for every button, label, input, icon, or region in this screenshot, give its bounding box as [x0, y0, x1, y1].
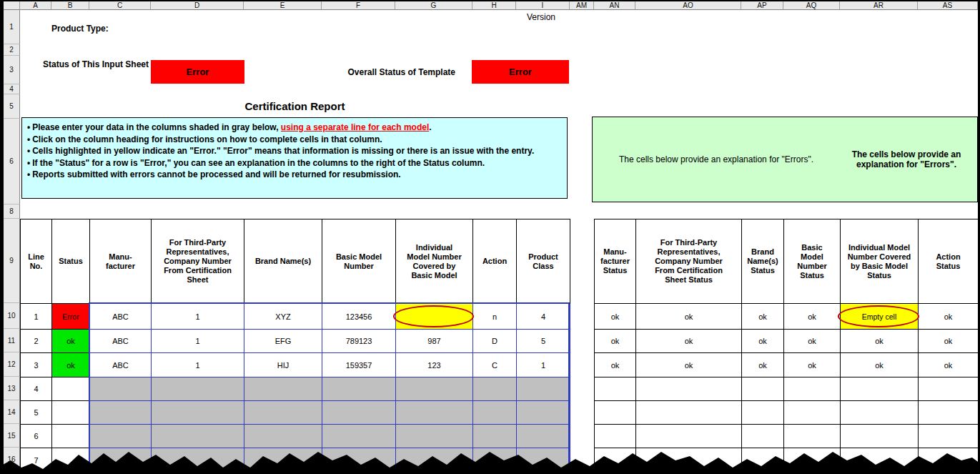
- row-header-8[interactable]: 8: [4, 204, 20, 219]
- row-header-12[interactable]: 12: [4, 352, 20, 377]
- col-heading-line-no[interactable]: Line No.: [21, 219, 52, 304]
- product-class-cell[interactable]: 5: [517, 330, 570, 353]
- column-header-ar[interactable]: AR: [840, 1, 918, 10]
- manufacturer-cell[interactable]: ABC: [90, 330, 152, 353]
- status-cell[interactable]: [784, 377, 841, 401]
- input-sheet-status-value[interactable]: Error: [151, 60, 244, 84]
- entry-cell[interactable]: [473, 377, 517, 401]
- status-cell[interactable]: ok: [52, 353, 90, 377]
- col-heading-action-status[interactable]: Action Status: [919, 219, 979, 304]
- col-heading-manufacturer[interactable]: Manu- facturer: [90, 219, 152, 304]
- individual-model-cell[interactable]: 123: [396, 353, 473, 377]
- status-cell[interactable]: [595, 401, 636, 425]
- entry-cell[interactable]: [244, 401, 322, 425]
- status-cell[interactable]: [841, 401, 919, 425]
- action-status-cell[interactable]: ok: [919, 304, 979, 330]
- manufacturer-cell[interactable]: ABC: [90, 304, 152, 330]
- action-cell[interactable]: D: [473, 330, 517, 353]
- line-no-cell[interactable]: 1: [21, 304, 52, 330]
- column-header-as[interactable]: AS: [918, 1, 978, 10]
- third-party-status-cell[interactable]: ok: [636, 330, 742, 353]
- manufacturer-status-cell[interactable]: ok: [595, 353, 636, 377]
- col-heading-action[interactable]: Action: [473, 219, 517, 304]
- column-header-ao[interactable]: AO: [635, 1, 741, 10]
- basic-model-status-cell[interactable]: ok: [784, 353, 841, 377]
- col-heading-manufacturer-status[interactable]: Manu- facturer Status: [595, 219, 636, 304]
- status-cell[interactable]: [919, 401, 979, 425]
- row-header-2[interactable]: 2: [4, 44, 20, 56]
- line-no-cell[interactable]: 5: [21, 401, 52, 425]
- third-party-cell[interactable]: 1: [152, 353, 244, 377]
- brand-cell[interactable]: EFG: [244, 330, 322, 353]
- status-cell[interactable]: [52, 401, 90, 425]
- column-header-g[interactable]: G: [395, 1, 472, 10]
- action-status-cell[interactable]: ok: [919, 353, 979, 377]
- status-cell[interactable]: [742, 377, 784, 401]
- entry-cell[interactable]: [396, 401, 473, 425]
- third-party-cell[interactable]: 1: [152, 304, 244, 330]
- row-header-6[interactable]: 6: [4, 119, 20, 204]
- column-header-aq[interactable]: AQ: [783, 1, 840, 10]
- col-heading-basic-model-status[interactable]: Basic Model Number Status: [784, 219, 841, 304]
- action-status-cell[interactable]: ok: [919, 330, 979, 353]
- manufacturer-cell[interactable]: ABC: [90, 353, 152, 377]
- brand-cell[interactable]: HIJ: [244, 353, 322, 377]
- individual-model-status-cell[interactable]: ok: [841, 353, 919, 377]
- column-header-a[interactable]: A: [20, 1, 51, 10]
- brand-cell[interactable]: XYZ: [244, 304, 322, 330]
- entry-cell[interactable]: [322, 377, 396, 401]
- third-party-status-cell[interactable]: ok: [636, 304, 742, 330]
- column-header-f[interactable]: F: [322, 1, 395, 10]
- select-all-corner[interactable]: [4, 1, 20, 10]
- row-header-4[interactable]: 4: [4, 84, 20, 94]
- entry-cell[interactable]: [517, 401, 570, 425]
- row-header-3[interactable]: 3: [4, 56, 20, 84]
- column-header-am[interactable]: AM: [570, 1, 594, 10]
- line-no-cell[interactable]: 3: [21, 353, 52, 377]
- brand-status-cell[interactable]: ok: [742, 330, 784, 353]
- status-cell[interactable]: [52, 377, 90, 401]
- row-header-11[interactable]: 11: [4, 329, 20, 352]
- entry-cell[interactable]: [396, 377, 473, 401]
- entry-cell[interactable]: [90, 401, 152, 425]
- individual-model-error-cell[interactable]: [396, 304, 473, 330]
- column-header-c[interactable]: C: [89, 1, 151, 10]
- status-cell[interactable]: ok: [52, 330, 90, 353]
- product-class-cell[interactable]: 1: [517, 353, 570, 377]
- status-cell[interactable]: [742, 401, 784, 425]
- entry-cell[interactable]: [244, 377, 322, 401]
- status-cell[interactable]: [784, 401, 841, 425]
- row-header-5[interactable]: 5: [4, 94, 20, 119]
- manufacturer-status-cell[interactable]: ok: [595, 304, 636, 330]
- col-heading-brand[interactable]: Brand Name(s): [244, 219, 322, 304]
- status-cell[interactable]: Error: [52, 304, 90, 330]
- column-header-h[interactable]: H: [472, 1, 516, 10]
- column-header-b[interactable]: B: [51, 1, 89, 10]
- entry-cell[interactable]: [152, 377, 244, 401]
- entry-cell[interactable]: [322, 401, 396, 425]
- product-class-cell[interactable]: 4: [517, 304, 570, 330]
- third-party-cell[interactable]: 1: [152, 330, 244, 353]
- status-cell[interactable]: [636, 401, 742, 425]
- basic-model-cell[interactable]: 159357: [322, 353, 396, 377]
- line-no-cell[interactable]: 2: [21, 330, 52, 353]
- overall-status-value[interactable]: Error: [472, 60, 569, 84]
- action-cell[interactable]: C: [473, 353, 517, 377]
- brand-status-cell[interactable]: ok: [742, 353, 784, 377]
- entry-cell[interactable]: [517, 377, 570, 401]
- line-no-cell[interactable]: 4: [21, 377, 52, 401]
- third-party-status-cell[interactable]: ok: [636, 353, 742, 377]
- basic-model-status-cell[interactable]: ok: [784, 330, 841, 353]
- status-cell[interactable]: [595, 377, 636, 401]
- row-header-9[interactable]: 9: [4, 219, 20, 303]
- col-heading-third-party-status[interactable]: For Third-Party Representatives, Company…: [636, 219, 742, 304]
- manufacturer-status-cell[interactable]: ok: [595, 330, 636, 353]
- column-header-an[interactable]: AN: [594, 1, 635, 10]
- basic-model-cell[interactable]: 123456: [322, 304, 396, 330]
- action-cell[interactable]: n: [473, 304, 517, 330]
- row-header-10[interactable]: 10: [4, 303, 20, 329]
- entry-cell[interactable]: [152, 401, 244, 425]
- col-heading-individual-model[interactable]: Individual Model Number Covered by Basic…: [396, 219, 473, 304]
- basic-model-cell[interactable]: 789123: [322, 330, 396, 353]
- column-header-i[interactable]: I: [516, 1, 570, 10]
